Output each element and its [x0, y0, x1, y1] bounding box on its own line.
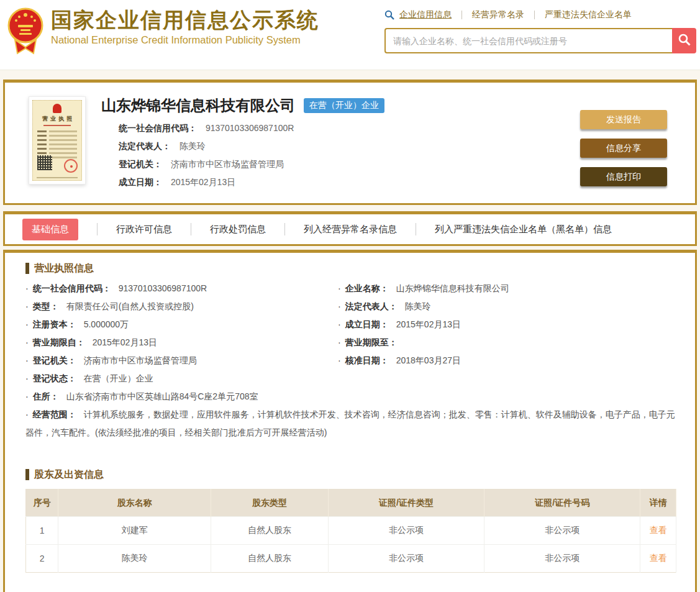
- company-field-row: 登记机关： 济南市市中区市场监督管理局: [119, 155, 580, 173]
- license-red-stamp: [64, 159, 78, 173]
- national-emblem-logo: [6, 6, 45, 62]
- cell-shareholder-type: 自然人股东: [211, 545, 328, 573]
- license-title: 营业执照: [40, 115, 75, 123]
- business-license-info-grid: 统一社会信用代码：91370103306987100R 企业名称：山东烨锦华信息…: [25, 280, 676, 442]
- column-header-cert-type: 证照/证件类型: [328, 490, 484, 517]
- info-row: 登记机关：济南市市中区市场监督管理局 核准日期：2018年03月27日: [25, 352, 676, 370]
- info-value: 2015年02月13日: [93, 337, 157, 347]
- company-name: 山东烨锦华信息科技有限公司: [101, 96, 295, 115]
- info-value: 山东省济南市市中区英雄山路84号C座2单元708室: [66, 391, 258, 401]
- company-summary-card: 营业执照 山东烨锦华信息科技有限公司 在营（开业）企业 统一社会信用代码：: [3, 80, 697, 205]
- info-value: 91370103306987100R: [119, 283, 207, 293]
- field-value: 陈美玲: [180, 141, 206, 151]
- cell-cert-number: 非公示项: [484, 517, 640, 545]
- info-value: 陈美玲: [405, 301, 431, 311]
- info-label: 登记状态：: [25, 373, 76, 383]
- quick-nav: 企业信用信息 经营异常名录 严重违法失信企业名单: [384, 7, 696, 22]
- info-value: 2015年02月13日: [396, 319, 461, 329]
- license-emblem-icon: [53, 104, 61, 113]
- license-footer-line: [37, 177, 78, 178]
- nav-divider: [534, 11, 535, 19]
- info-label: 核准日期：: [338, 355, 389, 365]
- basic-info-panel: 营业执照信息 统一社会信用代码：91370103306987100R 企业名称：…: [3, 250, 697, 592]
- company-field-row: 成立日期： 2015年02月13日: [119, 173, 580, 191]
- company-status-badge: 在营（开业）企业: [304, 98, 384, 113]
- info-value: 山东烨锦华信息科技有限公司: [396, 283, 509, 293]
- share-info-button[interactable]: 信息分享: [580, 139, 667, 158]
- info-row: 住所：山东省济南市市中区英雄山路84号C座2单元708室: [25, 388, 676, 406]
- column-header-shareholder-name: 股东名称: [58, 490, 211, 517]
- field-value: 济南市市中区市场监督管理局: [171, 159, 284, 169]
- view-detail-link[interactable]: 查看: [650, 525, 667, 535]
- tab-blacklist[interactable]: 列入严重违法失信企业名单（黑名单）信息: [435, 219, 612, 240]
- info-label: 法定代表人：: [338, 301, 398, 311]
- cell-cert-type: 非公示项: [328, 517, 484, 545]
- cell-cert-number: 非公示项: [484, 545, 640, 573]
- info-row: 注册资本：5.000000万 成立日期：2015年02月13日: [25, 316, 676, 334]
- info-value: 2018年03月27日: [396, 355, 461, 365]
- search-icon: [384, 10, 394, 20]
- info-label: 企业名称：: [338, 283, 389, 293]
- header-search-area: 企业信用信息 经营异常名录 严重违法失信企业名单: [384, 6, 696, 70]
- info-row: 登记状态：在营（开业）企业: [25, 370, 676, 388]
- info-label: 营业期限自：: [25, 337, 85, 347]
- print-info-button[interactable]: 信息打印: [580, 167, 667, 186]
- info-label: 登记机关：: [25, 355, 76, 365]
- search-bar: [384, 28, 696, 53]
- license-text-lines: [33, 126, 81, 158]
- column-header-index: 序号: [26, 490, 58, 517]
- field-value: 2015年02月13日: [171, 177, 235, 187]
- tab-admin-penalty[interactable]: 行政处罚信息: [210, 219, 266, 240]
- info-row: 类型：有限责任公司(自然人投资或控股) 法定代表人：陈美玲: [25, 298, 676, 316]
- info-value: 有限责任公司(自然人投资或控股): [66, 301, 194, 311]
- cell-cert-type: 非公示项: [328, 545, 484, 573]
- info-label: 统一社会信用代码：: [25, 283, 111, 293]
- shareholders-section: 股东及出资信息 序号 股东名称 股东类型 证照/证件类型 证照/证件号码 详情 …: [25, 469, 676, 573]
- tab-basic-info[interactable]: 基础信息: [22, 219, 78, 240]
- business-license-thumbnail: 营业执照: [29, 96, 86, 184]
- search-icon: [678, 33, 691, 48]
- info-value: 5.000000万: [84, 319, 129, 329]
- send-report-button[interactable]: 发送报告: [580, 110, 667, 129]
- field-value: 91370103306987100R: [206, 123, 294, 133]
- info-row: 统一社会信用代码：91370103306987100R 企业名称：山东烨锦华信息…: [25, 280, 676, 298]
- business-license-image: 营业执照: [32, 100, 82, 181]
- field-label: 法定代表人：: [119, 141, 171, 151]
- info-value: 在营（开业）企业: [84, 373, 153, 383]
- info-label: 成立日期：: [338, 319, 389, 329]
- info-value: 济南市市中区市场监督管理局: [84, 355, 197, 365]
- view-detail-link[interactable]: 查看: [650, 553, 667, 563]
- info-label: 营业期限至：: [338, 337, 398, 347]
- tab-abnormal-list[interactable]: 列入经营异常名录信息: [304, 219, 397, 240]
- nav-abnormal-list-link[interactable]: 经营异常名录: [472, 9, 524, 20]
- table-row: 2 陈美玲 自然人股东 非公示项 非公示项 查看: [26, 545, 676, 573]
- tab-divider: [284, 223, 285, 235]
- tab-divider: [191, 223, 191, 235]
- info-row: 营业期限自：2015年02月13日 营业期限至：: [25, 334, 676, 352]
- info-label: 类型：: [25, 301, 59, 311]
- search-input[interactable]: [384, 28, 672, 53]
- field-label: 登记机关：: [119, 159, 162, 169]
- search-button[interactable]: [672, 28, 696, 53]
- nav-enterprise-credit-link[interactable]: 企业信用信息: [399, 9, 452, 20]
- nav-blacklist-link[interactable]: 严重违法失信企业名单: [545, 9, 632, 20]
- business-scope-row: 经营范围：计算机系统服务，数据处理，应用软件服务，计算机软件技术开发、技术咨询，…: [25, 406, 676, 442]
- site-brand: 国家企业信用信息公示系统 National Enterprise Credit …: [6, 6, 319, 70]
- cell-shareholder-name: 陈美玲: [58, 545, 211, 573]
- tab-divider: [416, 223, 416, 235]
- site-subtitle: National Enterprise Credit Information P…: [51, 34, 319, 46]
- section-title-business-license: 营业执照信息: [25, 263, 676, 274]
- company-field-row: 统一社会信用代码： 91370103306987100R: [119, 119, 580, 137]
- tab-admin-license[interactable]: 行政许可信息: [116, 219, 172, 240]
- site-title-block: 国家企业信用信息公示系统 National Enterprise Credit …: [51, 6, 319, 46]
- column-header-detail: 详情: [640, 490, 676, 517]
- info-label: 住所：: [25, 391, 59, 401]
- action-buttons: 发送报告 信息分享 信息打印: [580, 110, 667, 188]
- tab-divider: [97, 223, 98, 235]
- company-field-row: 法定代表人： 陈美玲: [119, 137, 580, 155]
- info-label: 注册资本：: [25, 319, 76, 329]
- table-header-row: 序号 股东名称 股东类型 证照/证件类型 证照/证件号码 详情: [26, 490, 676, 517]
- nav-divider: [461, 11, 462, 19]
- site-title: 国家企业信用信息公示系统: [51, 7, 319, 32]
- field-label: 统一社会信用代码：: [119, 123, 197, 133]
